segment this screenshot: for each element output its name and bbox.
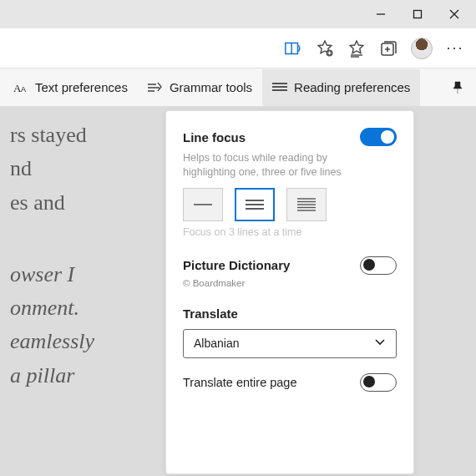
maximize-button[interactable] [399,2,436,27]
line-focus-title: Line focus [183,130,246,144]
translate-title: Translate [183,306,238,321]
more-icon[interactable]: ··· [446,39,464,58]
translate-page-title: Translate entire page [183,376,297,389]
favorite-add-icon[interactable] [316,39,334,58]
tab-reading-preferences[interactable]: Reading preferences [262,69,420,106]
translate-page-toggle[interactable] [360,373,397,392]
minimize-button[interactable] [362,2,399,27]
grammar-icon [148,82,163,94]
line-focus-desc: Helps to focus while reading by highligh… [183,151,350,180]
immersive-reader-icon[interactable] [284,39,302,58]
close-button[interactable] [436,2,473,27]
profile-avatar[interactable] [411,38,433,59]
picture-dictionary-toggle[interactable] [360,256,397,275]
line-focus-3-button[interactable] [235,188,275,221]
collections-icon[interactable] [379,39,398,58]
svg-rect-1 [414,11,422,18]
tab-text-preferences[interactable]: AA Text preferences [3,69,138,106]
tab-label: Reading preferences [294,80,410,94]
tab-label: Grammar tools [170,80,252,94]
text-icon: AA [13,82,28,94]
reading-preferences-panel: Line focus Helps to focus while reading … [165,110,414,474]
picture-dictionary-title: Picture Dictionary [183,258,290,272]
line-focus-5-button[interactable] [286,188,327,221]
svg-text:A: A [21,85,26,94]
favorites-icon[interactable] [347,39,366,58]
translate-value: Albanian [194,337,240,350]
window-titlebar [0,0,476,28]
tab-label: Text preferences [35,80,128,94]
line-focus-hint: Focus on 3 lines at a time [183,226,397,238]
browser-toolbar: ··· [0,28,476,68]
chevron-down-icon [374,337,386,351]
picture-dictionary-credit: © Boardmaker [183,278,397,288]
reading-icon [272,82,287,94]
tab-grammar-tools[interactable]: Grammar tools [138,69,262,106]
line-focus-1-button[interactable] [183,188,223,221]
reader-tabbar: AA Text preferences Grammar tools Readin… [0,68,476,107]
translate-select[interactable]: Albanian [183,329,397,358]
pin-button[interactable] [439,80,476,95]
line-focus-toggle[interactable] [360,128,397,146]
